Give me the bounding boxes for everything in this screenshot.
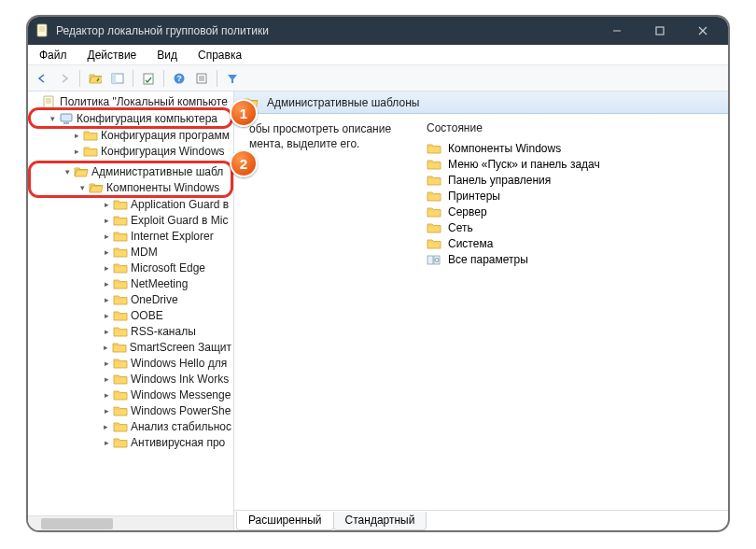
folder-icon [113,230,128,243]
tree-item[interactable]: ▸Microsoft Edge [28,260,233,275]
tree-item[interactable]: ▸Windows Hello для [28,355,233,371]
back-button[interactable] [32,68,52,89]
properties-button[interactable] [191,68,212,89]
tree-item-label: Windows PowerShe [131,404,231,417]
tree-item-label: Антивирусная про [131,436,225,449]
description-hint: обы просмотреть описание мента, выделите… [249,121,427,151]
settings-icon [427,253,441,266]
folder-icon [113,309,128,322]
titlebar[interactable]: Редактор локальной групповой политики [28,17,728,45]
chevron-right-icon[interactable]: ▸ [71,146,82,157]
chevron-right-icon[interactable]: ▸ [101,215,112,226]
chevron-down-icon[interactable] [30,96,41,107]
folder-icon [83,129,98,142]
tree-admin-templates[interactable]: ▾ Административные шабл [34,163,228,179]
tree-item-label: Windows Hello для [131,357,227,370]
list-item-label: Сервер [448,205,487,218]
up-button[interactable] [85,68,105,89]
menubar: Файл Действие Вид Справка [28,45,728,65]
menu-file[interactable]: Файл [30,47,77,63]
tree-item[interactable]: ▸RSS-каналы [28,323,233,339]
tree-item[interactable]: ▸OneDrive [28,291,233,307]
chevron-right-icon[interactable]: ▸ [101,294,112,305]
tree-computer-config[interactable]: ▾ Конфигурация компьютера [34,110,228,126]
window-title: Редактор локальной групповой политики [56,24,595,37]
tab-standard[interactable]: Стандартный [333,512,427,530]
horizontal-scrollbar[interactable] [28,515,233,530]
minimize-button[interactable] [595,17,638,45]
show-tree-button[interactable] [107,68,128,89]
tree-item-label: Application Guard в [131,198,229,211]
tree-item-label: NetMeeting [131,277,188,290]
tree-item[interactable]: ▸Exploit Guard в Mic [28,212,233,228]
chevron-right-icon[interactable]: ▸ [101,310,112,321]
tree-item-label: RSS-каналы [131,325,196,338]
list-item[interactable]: Сервер [427,204,724,219]
chevron-right-icon[interactable]: ▸ [101,278,112,289]
chevron-right-icon[interactable]: ▸ [101,389,112,401]
folder-icon [83,145,98,158]
menu-action[interactable]: Действие [78,47,147,63]
tree-item[interactable]: ▸MDM [28,244,233,260]
state-column-header[interactable]: Состояние [427,121,724,134]
tree-item-label: Windows Messenge [131,388,231,401]
tree-item[interactable]: ▸Application Guard в [28,196,233,212]
chevron-right-icon[interactable]: ▸ [101,421,112,432]
list-item[interactable]: Компоненты Windows [427,140,724,156]
chevron-right-icon[interactable]: ▸ [101,358,112,369]
tab-extended[interactable]: Расширенный [236,512,334,530]
list-item-label: Меню «Пуск» и панель задач [448,158,600,171]
chevron-right-icon[interactable]: ▸ [101,246,112,258]
list-item[interactable]: Панель управления [427,172,724,188]
export-list-button[interactable] [138,68,159,89]
folder-icon [113,420,128,433]
chevron-right-icon[interactable]: ▸ [101,342,111,353]
chevron-right-icon[interactable]: ▸ [101,326,112,337]
tree-item[interactable]: ▸Антивирусная про [28,434,233,450]
tree-windows-settings[interactable]: ▸ Конфигурация Windows [28,143,233,159]
scrollbar-thumb[interactable] [41,518,113,529]
list-item[interactable]: Все параметры [427,251,724,267]
chevron-right-icon[interactable]: ▸ [101,199,112,210]
chevron-right-icon[interactable]: ▸ [101,405,112,416]
forward-button[interactable] [54,68,75,89]
help-button[interactable]: ? [169,68,189,89]
list-item[interactable]: Принтеры [427,188,724,204]
tree-windows-components[interactable]: ▾ Компоненты Windows [34,179,228,195]
chevron-right-icon[interactable]: ▸ [101,437,112,448]
chevron-right-icon[interactable]: ▸ [71,130,82,141]
app-icon [35,23,50,38]
chevron-right-icon[interactable]: ▸ [101,231,112,242]
tree-item[interactable]: ▸NetMeeting [28,275,233,291]
chevron-down-icon[interactable]: ▾ [77,182,88,193]
menu-help[interactable]: Справка [189,47,251,63]
filter-button[interactable] [222,68,243,89]
tree-item[interactable]: ▸OOBE [28,307,233,323]
tree-item-label: Конфигурация программ [101,129,230,142]
tree-item-label: Exploit Guard в Mic [131,214,228,227]
view-tabs: Расширенный Стандартный [234,510,728,530]
tree-item[interactable]: ▸Windows Messenge [28,387,233,402]
chevron-down-icon[interactable]: ▾ [62,166,73,177]
folder-icon [427,158,441,171]
tree-item[interactable]: ▸Windows Ink Works [28,371,233,387]
list-item[interactable]: Сеть [427,219,724,235]
chevron-right-icon[interactable]: ▸ [101,262,112,274]
tree-item[interactable]: ▸Windows PowerShe [28,402,233,418]
chevron-right-icon[interactable]: ▸ [101,373,112,385]
tree[interactable]: Политика "Локальный компьюте ▾ Конфигура… [28,92,233,515]
tree-item-label: MDM [131,246,158,259]
folder-icon [113,293,128,306]
tree-item[interactable]: ▸Анализ стабильнос [28,418,233,434]
list-item[interactable]: Меню «Пуск» и панель задач [427,156,724,172]
close-button[interactable] [681,17,724,45]
callout-2: 2 [230,149,258,177]
tree-item[interactable]: ▸Internet Explorer [28,228,233,244]
tree-item[interactable]: ▸SmartScreen Защит [28,339,233,355]
tree-software-settings[interactable]: ▸ Конфигурация программ [28,127,233,143]
maximize-button[interactable] [638,17,681,45]
list-item[interactable]: Система [427,235,724,251]
chevron-down-icon[interactable]: ▾ [47,113,58,124]
menu-view[interactable]: Вид [147,47,187,63]
content-header[interactable]: Административные шаблоны [234,92,728,114]
